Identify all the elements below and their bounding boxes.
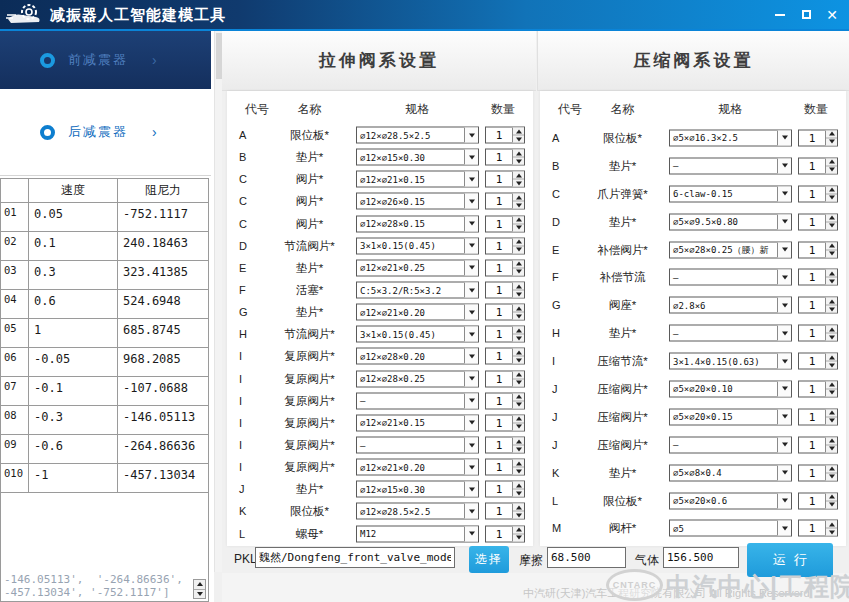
sidebar-item-rear-damper[interactable]: 后减震器 › <box>0 89 211 176</box>
speed-cell[interactable]: -1 <box>29 464 118 492</box>
spinner-down-icon[interactable] <box>513 401 524 408</box>
speed-cell[interactable]: -0.3 <box>29 406 118 434</box>
spinner-down-icon[interactable] <box>826 222 837 229</box>
quantity-stepper[interactable]: 1 <box>485 414 525 431</box>
spinner-down-icon[interactable] <box>826 278 837 285</box>
spinner-down-icon[interactable] <box>513 357 524 364</box>
chevron-down-icon[interactable] <box>464 393 478 408</box>
spinner-up-icon[interactable] <box>826 186 837 194</box>
spinner-down-icon[interactable] <box>513 291 524 298</box>
quantity-stepper[interactable]: 1 <box>798 380 838 397</box>
spec-dropdown[interactable]: ∅5×∅28×0.25（腰）新 <box>669 241 792 258</box>
force-cell[interactable]: 685.8745 <box>118 319 208 347</box>
spinner-down-icon[interactable] <box>513 268 524 275</box>
spinner-up-icon[interactable] <box>513 526 524 534</box>
spinner-up-icon[interactable] <box>513 128 524 136</box>
spec-dropdown[interactable]: 3×1×0.15(0.45) <box>356 237 479 254</box>
quantity-stepper[interactable]: 1 <box>798 269 838 286</box>
spec-dropdown[interactable]: ∅5×∅9.5×0.80 <box>669 213 792 230</box>
chevron-down-icon[interactable] <box>464 482 478 497</box>
spinner-up-icon[interactable] <box>826 158 837 166</box>
chevron-down-icon[interactable] <box>777 242 791 257</box>
spec-dropdown[interactable]: ∅12×∅28.5×2.5 <box>356 127 479 144</box>
spinner-up-icon[interactable] <box>513 438 524 446</box>
spinner-up-icon[interactable] <box>513 172 524 180</box>
quantity-stepper[interactable]: 1 <box>485 304 525 321</box>
spinner-down-icon[interactable] <box>826 389 837 396</box>
spec-dropdown[interactable]: ∅12×∅21×0.15 <box>356 414 479 431</box>
quantity-stepper[interactable]: 1 <box>485 193 525 210</box>
quantity-stepper[interactable]: 1 <box>485 171 525 188</box>
gas-input[interactable] <box>663 547 739 568</box>
chevron-down-icon[interactable] <box>464 238 478 253</box>
quantity-stepper[interactable]: 1 <box>798 129 838 146</box>
quantity-stepper[interactable]: 1 <box>485 370 525 387</box>
spec-dropdown[interactable]: 3×1×0.15(0.45) <box>356 326 479 343</box>
spinner-down-icon[interactable] <box>513 158 524 165</box>
spinner-up-icon[interactable] <box>513 482 524 490</box>
quantity-stepper[interactable]: 1 <box>485 503 525 520</box>
spec-dropdown[interactable]: ∅12×∅15×0.30 <box>356 481 479 498</box>
spinner-up-icon[interactable] <box>513 194 524 202</box>
speed-cell[interactable]: 0.1 <box>29 232 118 260</box>
spec-dropdown[interactable]: — <box>669 157 792 174</box>
force-cell[interactable]: -146.05113 <box>118 406 208 434</box>
spinner-down-icon[interactable] <box>513 490 524 497</box>
spec-dropdown[interactable]: C:5×3.2/R:5×3.2 <box>356 282 479 299</box>
spinner-down-icon[interactable] <box>513 512 524 519</box>
chevron-down-icon[interactable] <box>464 172 478 187</box>
chevron-down-icon[interactable] <box>464 460 478 475</box>
spinner-down-icon[interactable] <box>513 335 524 342</box>
quantity-stepper[interactable]: 1 <box>798 241 838 258</box>
spinner-down-icon[interactable] <box>826 445 837 452</box>
spinner-up-icon[interactable] <box>826 521 837 529</box>
quantity-stepper[interactable]: 1 <box>485 259 525 276</box>
spec-dropdown[interactable]: ∅12×∅28×0.20 <box>356 348 479 365</box>
friction-input[interactable] <box>547 547 626 568</box>
spec-dropdown[interactable]: — <box>669 436 792 453</box>
quantity-stepper[interactable]: 1 <box>485 237 525 254</box>
spinner-up-icon[interactable] <box>826 437 837 445</box>
spinner-up-icon[interactable] <box>513 349 524 357</box>
spinner-down-icon[interactable] <box>513 202 524 209</box>
spinner-up-icon[interactable] <box>826 214 837 222</box>
chevron-down-icon[interactable] <box>777 270 791 285</box>
quantity-stepper[interactable]: 1 <box>485 326 525 343</box>
quantity-stepper[interactable]: 1 <box>798 213 838 230</box>
vertical-scrollbar[interactable] <box>214 31 222 572</box>
spec-dropdown[interactable]: ∅5×∅20×0.10 <box>669 380 792 397</box>
spinner-up-icon[interactable] <box>826 130 837 138</box>
spec-dropdown[interactable]: ∅5×∅8×0.4 <box>669 464 792 481</box>
close-icon[interactable]: ✕ <box>825 8 839 22</box>
chevron-down-icon[interactable] <box>777 298 791 313</box>
spec-dropdown[interactable]: — <box>669 269 792 286</box>
spec-dropdown[interactable]: ∅12×∅21×0.20 <box>356 459 479 476</box>
spinner-down-icon[interactable] <box>826 138 837 145</box>
chevron-down-icon[interactable] <box>777 186 791 201</box>
spec-dropdown[interactable]: ∅12×∅28.5×2.5 <box>356 503 479 520</box>
spinner-up-icon[interactable] <box>194 580 205 590</box>
speed-cell[interactable]: -0.05 <box>29 348 118 376</box>
quantity-stepper[interactable]: 1 <box>485 392 525 409</box>
chevron-down-icon[interactable] <box>464 216 478 231</box>
quantity-stepper[interactable]: 1 <box>798 464 838 481</box>
spinner-up-icon[interactable] <box>513 260 524 268</box>
spinner-up-icon[interactable] <box>826 298 837 306</box>
quantity-stepper[interactable]: 1 <box>798 520 838 537</box>
chevron-down-icon[interactable] <box>464 349 478 364</box>
spec-dropdown[interactable]: ∅2.8×6 <box>669 297 792 314</box>
quantity-stepper[interactable]: 1 <box>798 353 838 370</box>
chevron-down-icon[interactable] <box>777 326 791 341</box>
spec-dropdown[interactable]: — <box>356 392 479 409</box>
spinner-down-icon[interactable] <box>826 306 837 313</box>
chevron-down-icon[interactable] <box>777 130 791 145</box>
spinner-down-icon[interactable] <box>513 136 524 143</box>
quantity-stepper[interactable]: 1 <box>798 157 838 174</box>
speed-cell[interactable]: 0.05 <box>29 203 118 231</box>
force-cell[interactable]: -457.13034 <box>118 464 208 492</box>
spec-dropdown[interactable]: ∅12×∅21×0.15 <box>356 171 479 188</box>
force-cell[interactable]: 323.41385 <box>118 261 208 289</box>
spinner-up-icon[interactable] <box>513 393 524 401</box>
force-cell[interactable]: -107.0688 <box>118 377 208 405</box>
spinner-up-icon[interactable] <box>826 326 837 334</box>
